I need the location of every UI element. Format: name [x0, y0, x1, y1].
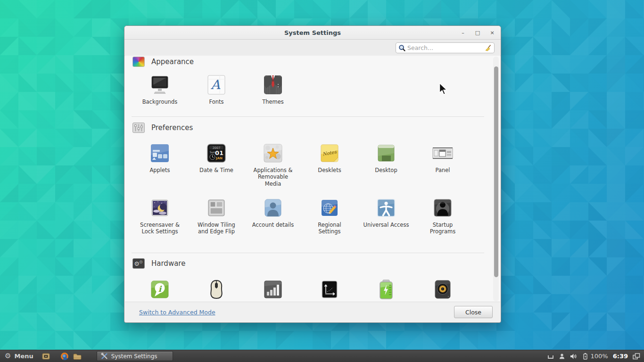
- tray-window-applet[interactable]: [547, 353, 554, 359]
- close-window-button[interactable]: ×: [489, 30, 495, 35]
- fonts-icon: A: [205, 74, 228, 96]
- tools-icon: [101, 353, 108, 360]
- search-input[interactable]: [406, 44, 484, 51]
- show-desktop-icon: [42, 353, 50, 360]
- workspaces-icon: [633, 353, 640, 360]
- account-details-icon: [262, 197, 284, 219]
- clear-search-broom-icon[interactable]: [484, 44, 492, 52]
- files-launcher[interactable]: [73, 353, 82, 360]
- screensaver-lock-icon: [149, 197, 171, 219]
- item-label: Desktop: [375, 167, 397, 173]
- section-title: Preferences: [151, 123, 193, 132]
- system-settings-window: System Settings – □ × Appearance: [124, 25, 501, 323]
- close-button[interactable]: Close: [454, 306, 493, 318]
- clock[interactable]: 6:39: [613, 353, 628, 360]
- tray-workspaces-applet[interactable]: [633, 353, 640, 360]
- svg-text:01: 01: [215, 149, 223, 156]
- section-separator: [132, 253, 484, 253]
- tray-volume-applet[interactable]: [570, 353, 577, 360]
- settings-item-desktop[interactable]: Desktop: [358, 142, 414, 187]
- advanced-mode-link[interactable]: Switch to Advanced Mode: [139, 309, 215, 316]
- hardware-item-graphics-tablet[interactable]: [301, 278, 358, 301]
- settings-item-backgrounds[interactable]: Backgrounds: [132, 74, 188, 105]
- window-titlebar[interactable]: System Settings – □ ×: [124, 26, 501, 40]
- settings-item-applications-removable-media[interactable]: Applications & Removable Media: [245, 142, 301, 187]
- system-tray: 100% 6:39: [547, 350, 644, 362]
- settings-item-screensaver-lock[interactable]: Screensaver & Lock Settings: [132, 197, 188, 235]
- svg-text:A: A: [210, 77, 221, 92]
- backgrounds-icon: [149, 74, 171, 96]
- show-desktop-button[interactable]: [42, 353, 50, 360]
- window-footer: Switch to Advanced Mode Close: [125, 302, 500, 322]
- date-time-icon: 2007 Sun 01 JAN: [205, 142, 228, 165]
- section-header-appearance: Appearance: [132, 57, 194, 67]
- item-label: Account details: [252, 222, 294, 228]
- settings-item-universal-access[interactable]: Universal Access: [358, 197, 414, 235]
- settings-item-applets[interactable]: Applets: [132, 142, 188, 187]
- window-toolbar: [124, 40, 501, 56]
- settings-item-date-time[interactable]: 2007 Sun 01 JAN Date & Time: [188, 142, 245, 187]
- settings-content: Appearance Backgrounds: [125, 56, 500, 302]
- user-icon: [559, 353, 565, 359]
- svg-text:Sun: Sun: [210, 150, 215, 154]
- tray-battery-applet[interactable]: 100%: [582, 353, 608, 360]
- tray-user-applet[interactable]: [559, 353, 565, 359]
- settings-item-window-tiling[interactable]: Window Tiling and Edge Flip: [188, 197, 245, 235]
- hardware-item-sound[interactable]: [414, 278, 471, 301]
- item-label: Backgrounds: [142, 99, 178, 105]
- menu-label: Menu: [14, 353, 33, 360]
- svg-text:⚙: ⚙: [139, 260, 143, 264]
- item-label: Window Tiling and Edge Flip: [193, 222, 240, 235]
- maximize-button[interactable]: □: [475, 30, 480, 35]
- svg-text:JAN: JAN: [215, 156, 223, 160]
- settings-item-desklets[interactable]: Notes Desklets: [301, 142, 358, 187]
- graphics-tablet-icon: [318, 278, 341, 301]
- universal-access-icon: [375, 197, 397, 219]
- menu-button[interactable]: ⚙ Menu: [0, 350, 38, 362]
- system-info-icon: i: [149, 278, 171, 301]
- signal-bars-icon: [262, 278, 284, 301]
- item-label: Applications & Removable Media: [249, 167, 297, 187]
- task-button-system-settings[interactable]: System Settings: [97, 351, 173, 361]
- settings-item-panel[interactable]: Panel: [414, 142, 471, 187]
- battery-percent: 100%: [590, 353, 608, 360]
- hardware-item-signal-bars[interactable]: [245, 278, 301, 301]
- section-header-preferences: Preferences: [132, 123, 193, 133]
- applets-icon: [149, 142, 171, 165]
- desklets-icon: Notes: [318, 142, 341, 165]
- settings-item-startup-programs[interactable]: Startup Programs: [414, 197, 471, 235]
- settings-item-fonts[interactable]: A Fonts: [188, 74, 245, 105]
- search-icon: [398, 44, 406, 52]
- hardware-item-system-info[interactable]: i: [132, 278, 188, 301]
- firefox-launcher[interactable]: [60, 352, 69, 361]
- scrollbar-track[interactable]: [493, 57, 499, 301]
- section-header-hardware: ⚙ ⚙ Hardware: [132, 258, 185, 269]
- desktop-icon: [375, 142, 397, 165]
- hardware-item-mouse[interactable]: [188, 278, 245, 301]
- folder-icon: [73, 353, 82, 360]
- window-tiling-icon: [205, 197, 228, 219]
- item-label: Applets: [149, 167, 170, 173]
- item-label: Startup Programs: [419, 222, 466, 235]
- settings-item-themes[interactable]: Themes: [245, 74, 301, 105]
- item-label: Fonts: [209, 99, 223, 105]
- battery-tray-icon: [582, 353, 589, 360]
- regional-settings-icon: [318, 197, 341, 219]
- taskbar: ⚙ Menu: [0, 350, 644, 362]
- speaker-icon: [431, 278, 454, 301]
- search-box[interactable]: [396, 42, 495, 53]
- hardware-item-battery[interactable]: [358, 278, 414, 301]
- mouse-icon: [205, 278, 228, 301]
- settings-item-regional-settings[interactable]: Regional Settings: [301, 197, 358, 235]
- hardware-gears-icon: ⚙ ⚙: [132, 258, 145, 269]
- window-title: System Settings: [284, 29, 341, 36]
- window-controls: – □ ×: [460, 26, 495, 39]
- section-separator: [132, 116, 484, 117]
- minimize-button[interactable]: –: [460, 30, 466, 35]
- settings-item-account-details[interactable]: Account details: [245, 197, 301, 235]
- item-label: Screensaver & Lock Settings: [136, 222, 183, 235]
- applications-removable-media-icon: [262, 142, 284, 165]
- scrollbar-thumb[interactable]: [494, 66, 498, 277]
- firefox-icon: [60, 352, 69, 361]
- item-label: Universal Access: [363, 222, 409, 228]
